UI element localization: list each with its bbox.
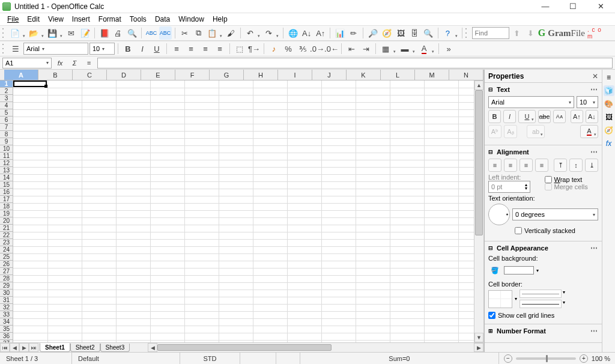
status-insert[interactable] (276, 353, 300, 364)
format-paintbrush-button[interactable]: 🖌 (225, 26, 237, 40)
open-button[interactable]: 📂 (28, 26, 45, 40)
sb-align-left[interactable]: ≡ (488, 159, 501, 172)
row-header[interactable]: 28 (0, 275, 13, 282)
spellcheck-button[interactable]: ABC (145, 26, 157, 40)
sheet-tab[interactable]: Sheet1 (40, 343, 70, 352)
menu-view[interactable]: View (44, 14, 67, 25)
grid-lines-check[interactable]: Show cell grid lines (488, 312, 598, 319)
column-header[interactable]: D (107, 70, 141, 80)
row-header[interactable]: 14 (0, 174, 13, 181)
row-header[interactable]: 7 (0, 124, 13, 131)
align-left-button[interactable]: ≡ (170, 42, 183, 55)
row-header[interactable]: 17 (0, 196, 13, 203)
cut-button[interactable]: ✂ (178, 26, 191, 40)
toolbar-overflow[interactable]: » (442, 42, 455, 55)
help-button[interactable]: ? (441, 26, 459, 40)
menu-insert[interactable]: Insert (68, 14, 94, 25)
sort-asc-button[interactable]: A↓ (300, 26, 313, 40)
find-replace-button[interactable]: 🔎 (366, 26, 379, 40)
panel-more-icon[interactable]: ⋯ (590, 244, 598, 252)
sb-super-button[interactable]: Aᵇ (488, 125, 501, 138)
collapse-icon[interactable]: ⊟ (488, 245, 494, 251)
sb-align-right[interactable]: ≡ (520, 159, 533, 172)
align-justify-button[interactable]: ≡ (213, 42, 226, 55)
auto-spellcheck-button[interactable]: ABC (159, 26, 172, 40)
toolbar-grip[interactable] (2, 28, 6, 38)
paste-button[interactable]: 📋 (206, 26, 223, 40)
hscroll-thumb[interactable] (157, 344, 332, 351)
row-header[interactable]: 3 (0, 95, 13, 102)
collapse-icon[interactable]: ⊟ (488, 86, 494, 93)
print-preview-button[interactable]: 🔍 (126, 26, 138, 40)
email-button[interactable]: ✉ (65, 26, 77, 40)
navigator-tab-icon[interactable]: 🧭 (604, 125, 614, 136)
row-header[interactable]: 25 (0, 253, 13, 261)
currency-button[interactable]: ♪ (267, 42, 280, 55)
row-header[interactable]: 12 (0, 160, 13, 167)
row-header[interactable]: 16 (0, 189, 13, 196)
standard-format-button[interactable]: ⅗ (296, 42, 309, 55)
sb-strike-button[interactable]: abc (538, 110, 551, 123)
sb-valign-bottom[interactable]: ⤓ (585, 159, 598, 172)
cell-grid[interactable] (13, 80, 474, 342)
sb-valign-top[interactable]: ⤒ (554, 159, 567, 172)
undo-button[interactable]: ↶ (244, 26, 261, 40)
row-header[interactable]: 4 (0, 102, 13, 109)
functions-tab-icon[interactable]: fx (604, 138, 614, 149)
row-header[interactable]: 33 (0, 311, 13, 318)
maximize-button[interactable]: ☐ (561, 1, 585, 13)
row-header[interactable]: 26 (0, 261, 13, 268)
zoom-button[interactable]: 🔍 (422, 26, 435, 40)
bg-color-swatch[interactable] (504, 266, 534, 275)
new-button[interactable]: 📄 (9, 26, 26, 40)
row-header[interactable]: 34 (0, 318, 13, 326)
column-header[interactable]: C (73, 70, 107, 80)
sb-grow-font-button[interactable]: A↑ (571, 110, 583, 123)
zoom-in-button[interactable]: + (580, 354, 588, 363)
row-header[interactable]: 11 (0, 153, 13, 160)
styles-tab-icon[interactable]: 🎨 (604, 99, 614, 109)
sb-align-justify[interactable]: ≡ (535, 159, 548, 172)
find-prev-button[interactable]: ⬆ (510, 26, 523, 40)
merge-cells-check[interactable]: Merge cells (545, 183, 599, 190)
row-header[interactable]: 19 (0, 210, 13, 217)
add-decimal-button[interactable]: .0→ (311, 42, 324, 55)
column-header[interactable]: L (381, 70, 415, 80)
chart-button[interactable]: 📊 (333, 26, 346, 40)
sb-align-center[interactable]: ≡ (504, 159, 517, 172)
sb-shadow-button[interactable]: Aᴀ (553, 110, 566, 123)
find-next-button[interactable]: ⬇ (524, 26, 537, 40)
menu-window[interactable]: Window (175, 14, 208, 25)
export-pdf-button[interactable]: 📕 (98, 26, 111, 40)
align-right-button[interactable]: ≡ (199, 42, 212, 55)
sidebar-font-combo[interactable]: Arial▾ (488, 96, 574, 108)
sb-italic-button[interactable]: I (503, 110, 516, 123)
row-header[interactable]: 24 (0, 246, 13, 253)
menu-edit[interactable]: Edit (23, 14, 43, 25)
status-sum[interactable]: Sum=0 (300, 353, 499, 364)
column-header[interactable]: F (175, 70, 210, 80)
tab-prev-button[interactable]: ◀ (10, 343, 19, 352)
row-header[interactable]: 8 (0, 131, 13, 138)
print-button[interactable]: 🖨 (112, 26, 124, 40)
expand-icon[interactable]: ⊞ (488, 328, 494, 334)
sheet-tab[interactable]: Sheet2 (70, 344, 100, 352)
borders-button[interactable]: ▦ (379, 42, 397, 55)
column-headers[interactable]: ABCDEFGHIJKLMN (4, 70, 483, 80)
save-button[interactable]: 💾 (46, 26, 64, 40)
redo-button[interactable]: ↷ (262, 26, 280, 40)
scroll-up-button[interactable]: ▲ (474, 80, 483, 90)
row-header[interactable]: 36 (0, 333, 13, 340)
row-header[interactable]: 2 (0, 88, 13, 95)
sheet-tab[interactable]: Sheet3 (100, 344, 130, 352)
menu-file[interactable]: File (4, 14, 22, 25)
column-header[interactable]: E (141, 70, 175, 80)
bgcolor-button[interactable]: ▬ (398, 42, 416, 55)
column-header[interactable]: M (415, 70, 449, 80)
tab-next-button[interactable]: ▶ (19, 343, 29, 352)
row-header[interactable]: 15 (0, 181, 13, 189)
border-style-combo[interactable] (520, 290, 562, 298)
row-header[interactable]: 27 (0, 268, 13, 275)
panel-more-icon[interactable]: ⋯ (590, 148, 598, 156)
select-all-corner[interactable] (0, 70, 4, 80)
